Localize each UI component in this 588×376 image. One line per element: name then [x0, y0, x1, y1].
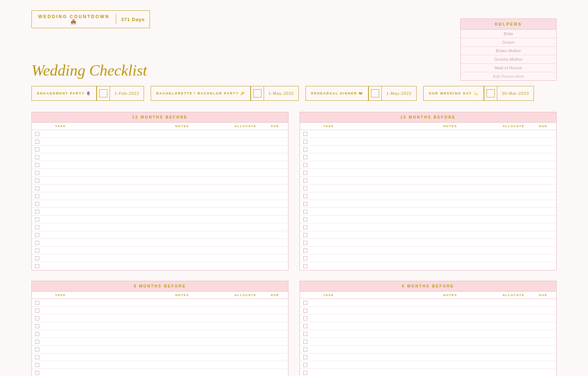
task-cell[interactable]: [310, 349, 404, 350]
due-cell[interactable]: [530, 203, 556, 204]
allocate-cell[interactable]: [229, 341, 262, 342]
row-checkbox[interactable]: [303, 171, 307, 175]
row-checkbox[interactable]: [35, 241, 39, 245]
row-checkbox[interactable]: [303, 194, 307, 198]
notes-cell[interactable]: [404, 195, 497, 197]
allocate-cell[interactable]: [497, 372, 530, 373]
allocate-cell[interactable]: [229, 141, 262, 142]
notes-cell[interactable]: [404, 302, 497, 303]
notes-cell[interactable]: [404, 149, 497, 150]
task-cell[interactable]: [310, 226, 404, 228]
task-cell[interactable]: [42, 317, 136, 319]
allocate-cell[interactable]: [229, 211, 262, 212]
notes-cell[interactable]: [404, 341, 497, 342]
allocate-cell[interactable]: [229, 310, 262, 311]
notes-cell[interactable]: [404, 266, 497, 267]
due-cell[interactable]: [530, 164, 556, 166]
notes-cell[interactable]: [404, 349, 497, 350]
row-checkbox[interactable]: [35, 210, 39, 214]
row-checkbox[interactable]: [35, 355, 39, 359]
row-checkbox[interactable]: [303, 132, 307, 136]
event-checkbox[interactable]: [487, 89, 495, 97]
notes-cell[interactable]: [404, 257, 497, 259]
task-cell[interactable]: [42, 133, 136, 134]
notes-cell[interactable]: [136, 133, 229, 134]
notes-cell[interactable]: [404, 250, 497, 251]
task-cell[interactable]: [310, 266, 404, 267]
task-cell[interactable]: [310, 149, 404, 150]
row-checkbox[interactable]: [35, 249, 39, 253]
allocate-cell[interactable]: [229, 242, 262, 243]
row-checkbox[interactable]: [35, 225, 39, 229]
allocate-cell[interactable]: [229, 266, 262, 267]
due-cell[interactable]: [262, 333, 288, 335]
task-cell[interactable]: [42, 266, 136, 267]
row-checkbox[interactable]: [303, 163, 307, 167]
row-checkbox[interactable]: [303, 355, 307, 359]
notes-cell[interactable]: [404, 242, 497, 243]
row-checkbox[interactable]: [303, 155, 307, 159]
event-tab-1[interactable]: BACHELORETTE / BACHELOR PARTY 🔑 1-May-20…: [151, 86, 299, 101]
notes-cell[interactable]: [136, 364, 229, 366]
task-cell[interactable]: [310, 250, 404, 251]
allocate-cell[interactable]: [497, 325, 530, 327]
notes-cell[interactable]: [404, 234, 497, 236]
task-cell[interactable]: [310, 302, 404, 303]
row-checkbox[interactable]: [35, 256, 39, 260]
row-checkbox[interactable]: [303, 256, 307, 260]
task-cell[interactable]: [42, 257, 136, 259]
notes-cell[interactable]: [404, 141, 497, 142]
row-checkbox[interactable]: [35, 301, 39, 305]
task-cell[interactable]: [310, 141, 404, 142]
task-cell[interactable]: [310, 234, 404, 236]
notes-cell[interactable]: [136, 333, 229, 335]
row-checkbox[interactable]: [35, 186, 39, 190]
allocate-cell[interactable]: [497, 211, 530, 212]
allocate-cell[interactable]: [497, 156, 530, 158]
task-cell[interactable]: [310, 242, 404, 243]
row-checkbox[interactable]: [303, 217, 307, 222]
task-cell[interactable]: [310, 356, 404, 358]
due-cell[interactable]: [262, 203, 288, 204]
allocate-cell[interactable]: [229, 195, 262, 197]
task-cell[interactable]: [310, 325, 404, 327]
allocate-cell[interactable]: [497, 333, 530, 335]
due-cell[interactable]: [262, 156, 288, 158]
notes-cell[interactable]: [136, 242, 229, 243]
row-checkbox[interactable]: [35, 194, 39, 198]
allocate-cell[interactable]: [497, 364, 530, 366]
task-cell[interactable]: [42, 356, 136, 358]
task-cell[interactable]: [310, 310, 404, 311]
notes-cell[interactable]: [404, 211, 497, 212]
due-cell[interactable]: [530, 341, 556, 342]
due-cell[interactable]: [530, 187, 556, 189]
row-checkbox[interactable]: [35, 140, 39, 144]
allocate-cell[interactable]: [497, 341, 530, 342]
allocate-cell[interactable]: [229, 372, 262, 373]
notes-cell[interactable]: [404, 156, 497, 158]
event-tab-3[interactable]: OUR WEDDING DAY 💫 30-Mar-2023: [423, 86, 534, 101]
task-cell[interactable]: [42, 149, 136, 150]
task-cell[interactable]: [310, 257, 404, 259]
allocate-cell[interactable]: [497, 203, 530, 204]
allocate-cell[interactable]: [229, 164, 262, 166]
allocate-cell[interactable]: [497, 172, 530, 173]
row-checkbox[interactable]: [303, 186, 307, 190]
event-checkbox[interactable]: [371, 89, 379, 97]
due-cell[interactable]: [262, 164, 288, 166]
row-checkbox[interactable]: [35, 371, 39, 375]
allocate-cell[interactable]: [497, 250, 530, 251]
row-checkbox[interactable]: [35, 171, 39, 175]
due-cell[interactable]: [530, 325, 556, 327]
notes-cell[interactable]: [404, 356, 497, 358]
allocate-cell[interactable]: [497, 141, 530, 142]
due-cell[interactable]: [262, 226, 288, 228]
notes-cell[interactable]: [136, 266, 229, 267]
notes-cell[interactable]: [404, 164, 497, 166]
due-cell[interactable]: [262, 341, 288, 342]
row-checkbox[interactable]: [303, 363, 307, 367]
due-cell[interactable]: [530, 333, 556, 335]
row-checkbox[interactable]: [303, 371, 307, 375]
task-cell[interactable]: [42, 226, 136, 228]
row-checkbox[interactable]: [35, 316, 39, 320]
